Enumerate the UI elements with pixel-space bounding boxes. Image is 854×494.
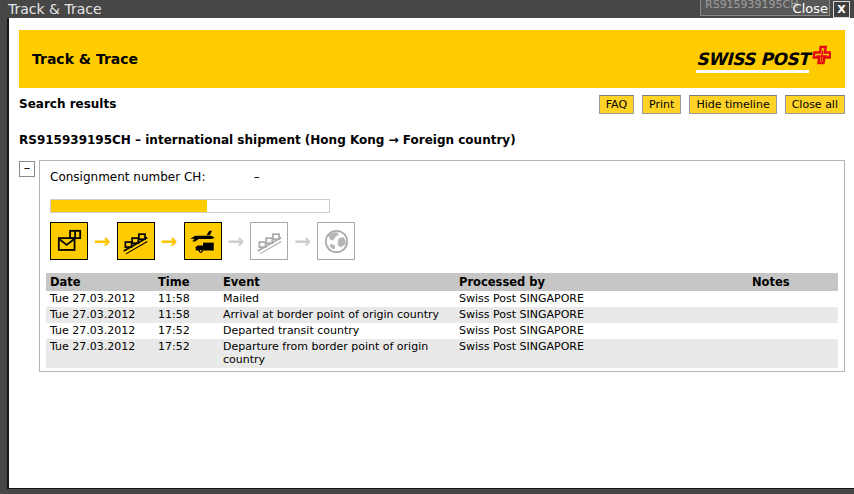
table-cell-event: Departed transit country [219,323,455,339]
column-header: Date [46,273,154,291]
consignment-section: – Consignment number CH: – →→→→ DateTime… [19,160,845,372]
table-cell-date: Tue 27.03.2012 [46,339,154,368]
faq-button[interactable]: FAQ [599,95,634,114]
events-table-header-row: DateTimeEventProcessed byNotes [46,273,838,291]
transport-step-icon [184,222,222,260]
swiss-post-logo: SWISS POST [696,45,831,73]
column-header: Processed by [455,273,748,291]
table-cell-date: Tue 27.03.2012 [46,307,154,323]
table-cell-processed_by: Swiss Post SINGAPORE [455,291,748,307]
consignment-line: Consignment number CH: – [44,170,840,184]
table-cell-time: 11:58 [154,307,219,323]
collapse-toggle-button[interactable]: – [19,161,35,177]
page-title: Track & Trace [32,51,138,67]
masthead: Track & Trace SWISS POST [19,30,845,88]
table-row: Tue 27.03.201217:52Departure from border… [46,339,838,368]
table-cell-event: Mailed [219,291,455,307]
consignment-box: Consignment number CH: – →→→→ DateTimeEv… [39,160,845,372]
swiss-cross-icon [811,45,831,69]
timeline-arrow-icon: → [161,223,178,259]
shipment-headline: RS915939195CH – international shipment (… [19,133,845,147]
table-row: Tue 27.03.201211:58MailedSwiss Post SING… [46,291,838,307]
international-step-icon [317,222,355,260]
timeline: →→→→ [50,222,840,260]
track-trace-panel: Track & Trace SWISS POST Search results … [7,18,854,489]
table-cell-notes [748,339,838,368]
mailed-step-icon [50,222,88,260]
table-cell-notes [748,291,838,307]
table-cell-time: 17:52 [154,323,219,339]
close-all-button[interactable]: Close all [785,95,845,114]
column-header: Time [154,273,219,291]
sorting-step-icon [117,222,155,260]
table-cell-processed_by: Swiss Post SINGAPORE [455,339,748,368]
consignment-number-value: – [254,170,260,184]
table-cell-date: Tue 27.03.2012 [46,323,154,339]
print-button[interactable]: Print [642,95,681,114]
section-title: Search results [19,97,116,111]
progress-fill [51,200,207,212]
table-cell-notes [748,307,838,323]
table-cell-notes [748,323,838,339]
window-title-bar: Track & Trace Close X [0,0,854,18]
sorting-step-icon [250,222,288,260]
column-header: Event [219,273,455,291]
results-toolbar: Search results FAQ Print Hide timeline C… [19,95,845,113]
table-cell-processed_by: Swiss Post SINGAPORE [455,307,748,323]
table-cell-time: 17:52 [154,339,219,368]
table-cell-processed_by: Swiss Post SINGAPORE [455,323,748,339]
events-table-body: Tue 27.03.201211:58MailedSwiss Post SING… [46,291,838,368]
table-cell-date: Tue 27.03.2012 [46,291,154,307]
consignment-number-label: Consignment number CH: [50,170,250,184]
window-title: Track & Trace [8,0,102,19]
close-x-button[interactable]: X [833,1,850,18]
timeline-arrow-icon: → [228,223,245,259]
table-cell-event: Arrival at border point of origin countr… [219,307,455,323]
table-cell-time: 11:58 [154,291,219,307]
table-cell-event: Departure from border point of origin co… [219,339,455,368]
column-header: Notes [748,273,838,291]
close-link[interactable]: Close [793,1,828,16]
table-row: Tue 27.03.201217:52Departed transit coun… [46,323,838,339]
table-row: Tue 27.03.201211:58Arrival at border poi… [46,307,838,323]
swiss-post-logo-text: SWISS POST [696,49,809,73]
timeline-arrow-icon: → [94,223,111,259]
events-table: DateTimeEventProcessed byNotes Tue 27.03… [46,273,838,368]
timeline-arrow-icon: → [294,223,311,259]
hide-timeline-button[interactable]: Hide timeline [689,95,776,114]
progress-bar [50,199,330,213]
